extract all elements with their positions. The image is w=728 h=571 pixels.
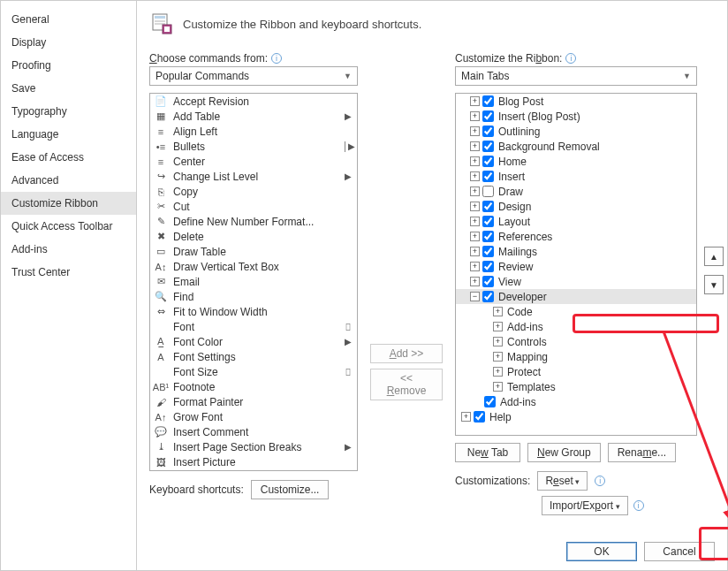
- expander-icon[interactable]: +: [470, 217, 480, 226]
- tree-checkbox[interactable]: [482, 95, 494, 107]
- expander-icon[interactable]: +: [470, 262, 480, 271]
- command-item[interactable]: 📄Accept Revision: [150, 94, 357, 109]
- command-item[interactable]: Font⌷: [150, 319, 357, 334]
- command-item[interactable]: A↑Grow Font: [150, 409, 357, 424]
- tree-item[interactable]: +Insert: [456, 169, 696, 184]
- rename-button[interactable]: Rename...: [608, 443, 676, 462]
- command-item[interactable]: ⇔Fit to Window Width: [150, 304, 357, 319]
- tree-item[interactable]: +Review: [456, 259, 696, 274]
- tree-item[interactable]: Add-ins: [456, 394, 696, 409]
- command-item[interactable]: A▭Insert Text Box: [150, 469, 357, 471]
- customize-keyboard-button[interactable]: Customize...: [251, 480, 330, 499]
- tree-checkbox[interactable]: [482, 246, 494, 257]
- command-item[interactable]: ✉Email: [150, 274, 357, 289]
- tree-checkbox[interactable]: [482, 156, 494, 167]
- command-item[interactable]: ⤓Insert Page Section Breaks▶: [150, 439, 357, 454]
- ribbon-tree[interactable]: +Blog Post+Insert (Blog Post)+Outlining+…: [455, 93, 697, 436]
- tree-checkbox[interactable]: [482, 231, 494, 242]
- tree-checkbox[interactable]: [482, 186, 494, 197]
- command-item[interactable]: •≡Bullets│▶: [150, 139, 357, 154]
- cancel-button[interactable]: Cancel: [644, 542, 715, 561]
- command-item[interactable]: ✂Cut: [150, 199, 357, 214]
- remove-button[interactable]: << Remove: [370, 369, 443, 400]
- expander-icon[interactable]: +: [470, 187, 480, 196]
- choose-commands-combo[interactable]: Popular Commands▼: [149, 66, 358, 86]
- nav-save[interactable]: Save: [1, 77, 136, 100]
- command-item[interactable]: ↪Change List Level▶: [150, 169, 357, 184]
- command-item[interactable]: ✎Define New Number Format...: [150, 214, 357, 229]
- customize-ribbon-combo[interactable]: Main Tabs▼: [455, 66, 697, 86]
- expander-icon[interactable]: +: [470, 141, 480, 151]
- tree-checkbox[interactable]: [482, 201, 494, 212]
- expander-icon[interactable]: +: [493, 352, 503, 362]
- commands-listbox[interactable]: 📄Accept Revision▦Add Table▶≡Align Left•≡…: [149, 93, 358, 471]
- tree-item[interactable]: +Design: [456, 199, 696, 214]
- move-up-button[interactable]: ▲: [704, 247, 724, 266]
- command-item[interactable]: ▭Draw Table: [150, 244, 357, 259]
- expander-icon[interactable]: +: [470, 232, 480, 241]
- expander-icon[interactable]: +: [493, 367, 503, 377]
- new-tab-button[interactable]: New Tab: [455, 443, 520, 462]
- info-icon[interactable]: i: [565, 53, 576, 64]
- tree-checkbox[interactable]: [482, 291, 494, 302]
- expander-icon[interactable]: +: [493, 322, 503, 331]
- info-icon[interactable]: i: [271, 53, 282, 64]
- command-item[interactable]: 💬Insert Comment: [150, 424, 357, 439]
- nav-advanced[interactable]: Advanced: [1, 169, 136, 192]
- command-item[interactable]: ≡Center: [150, 154, 357, 169]
- tree-item[interactable]: +Background Removal: [456, 139, 696, 154]
- expander-icon[interactable]: +: [470, 111, 480, 121]
- tree-checkbox[interactable]: [474, 411, 485, 423]
- command-item[interactable]: ≡Align Left: [150, 124, 357, 139]
- command-item[interactable]: AB¹Footnote: [150, 379, 357, 394]
- nav-display[interactable]: Display: [1, 31, 136, 54]
- expander-icon[interactable]: +: [470, 96, 480, 106]
- expander-icon[interactable]: +: [493, 307, 503, 316]
- nav-typography[interactable]: Typography: [1, 100, 136, 123]
- reset-button[interactable]: Reset: [537, 471, 588, 491]
- nav-customize-ribbon[interactable]: Customize Ribbon: [1, 192, 136, 215]
- tree-checkbox[interactable]: [482, 141, 494, 152]
- nav-addins[interactable]: Add-ins: [1, 238, 136, 261]
- tree-item[interactable]: +Mapping: [456, 349, 696, 364]
- nav-proofing[interactable]: Proofing: [1, 54, 136, 77]
- expander-icon[interactable]: +: [470, 202, 480, 211]
- command-item[interactable]: ▦Add Table▶: [150, 109, 357, 124]
- expander-icon[interactable]: +: [493, 337, 503, 346]
- tree-checkbox[interactable]: [482, 126, 494, 137]
- nav-trust-center[interactable]: Trust Center: [1, 261, 136, 284]
- command-item[interactable]: 🖼Insert Picture: [150, 454, 357, 469]
- expander-icon[interactable]: +: [493, 382, 503, 392]
- tree-item[interactable]: +Insert (Blog Post): [456, 109, 696, 124]
- import-export-button[interactable]: Import/Export: [542, 496, 628, 515]
- tree-item[interactable]: +Draw: [456, 184, 696, 199]
- command-item[interactable]: A↕Draw Vertical Text Box: [150, 259, 357, 274]
- tree-item[interactable]: +Help: [456, 409, 696, 424]
- tree-item[interactable]: +Controls: [456, 334, 696, 349]
- tree-item[interactable]: +Outlining: [456, 124, 696, 139]
- command-item[interactable]: 🖌Format Painter: [150, 394, 357, 409]
- command-item[interactable]: A̲Font Color▶: [150, 334, 357, 349]
- expander-icon[interactable]: +: [470, 277, 480, 286]
- tree-item[interactable]: +Templates: [456, 379, 696, 394]
- expander-icon[interactable]: −: [470, 292, 480, 301]
- move-down-button[interactable]: ▼: [704, 275, 724, 294]
- info-icon[interactable]: i: [633, 500, 644, 511]
- tree-checkbox[interactable]: [482, 261, 494, 272]
- command-item[interactable]: AFont Settings: [150, 349, 357, 364]
- tree-item[interactable]: +Home: [456, 154, 696, 169]
- nav-ease-of-access[interactable]: Ease of Access: [1, 146, 136, 169]
- tree-item[interactable]: +References: [456, 229, 696, 244]
- new-group-button[interactable]: New Group: [527, 443, 601, 462]
- tree-item[interactable]: +Code: [456, 304, 696, 319]
- tree-item[interactable]: +Mailings: [456, 244, 696, 259]
- tree-item[interactable]: +Blog Post: [456, 94, 696, 109]
- expander-icon[interactable]: +: [470, 156, 480, 166]
- add-button[interactable]: Add >>: [370, 344, 443, 363]
- command-item[interactable]: 🔍Find: [150, 289, 357, 304]
- nav-language[interactable]: Language: [1, 123, 136, 146]
- expander-icon[interactable]: +: [461, 412, 471, 422]
- nav-general[interactable]: General: [1, 8, 136, 31]
- command-item[interactable]: Font Size⌷: [150, 364, 357, 379]
- info-icon[interactable]: i: [595, 476, 605, 486]
